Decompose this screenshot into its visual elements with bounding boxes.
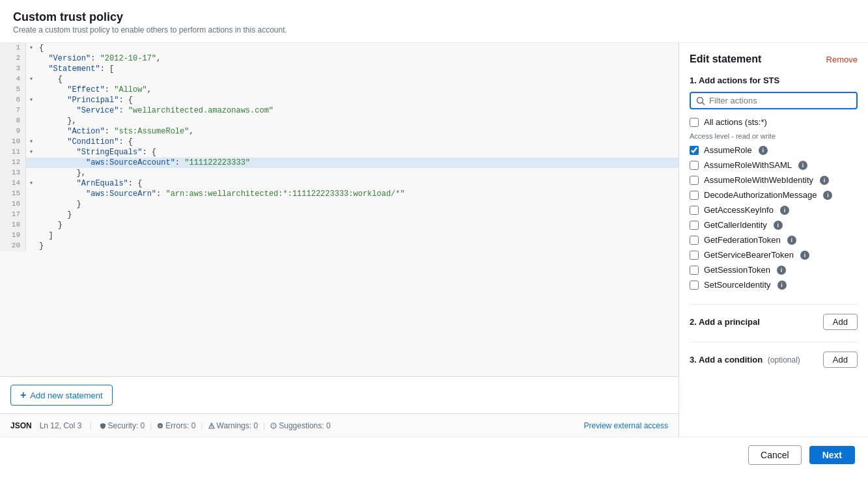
action-item: GetAccessKeyInfoi [690,205,858,215]
section3-optional: (optional) [768,355,800,365]
line-content: "Statement": [ [36,64,679,74]
table-row[interactable]: 14▾ "ArnEquals": { [0,178,679,189]
get_service_bearer-checkbox[interactable] [690,251,699,260]
table-row[interactable]: 4▾ { [0,74,679,85]
table-row[interactable]: 9 "Action": "sts:AssumeRole", [0,126,679,137]
table-row[interactable]: 16 } [0,199,679,210]
table-row[interactable]: 5 "Effect": "Allow", [0,85,679,95]
info-icon[interactable]: i [780,206,789,215]
add-statement-bar: + Add new statement [0,376,679,413]
status-errors: × Errors: 0 [157,421,195,430]
all-actions-checkbox[interactable] [690,118,699,127]
info-icon[interactable]: i [820,176,829,185]
security-label: Security: 0 [108,421,145,430]
action-item: AssumeRoleWithWebIdentityi [690,175,858,185]
table-row[interactable]: 10▾ "Condition": { [0,137,679,147]
info-icon[interactable]: i [774,221,783,230]
fold-toggle [26,168,36,178]
line-number: 6 [0,95,26,105]
fold-toggle [26,85,36,95]
table-row[interactable]: 15 "aws:SourceArn": "arn:aws:wellarchite… [0,189,679,199]
line-content: "Service": "wellarchitected.amazonaws.co… [36,105,679,116]
line-content: } [36,241,679,251]
section3-label-wrap: 3. Add a condition (optional) [690,355,800,365]
status-security: Security: 0 [100,421,145,430]
assume_role_saml-checkbox[interactable] [690,161,699,170]
search-icon [696,96,705,105]
info-icon[interactable]: i [759,146,768,155]
assume_role_web-checkbox[interactable] [690,176,699,185]
line-content: "aws:SourceArn": "arn:aws:wellarchitecte… [36,189,679,199]
line-content: "ArnEquals": { [36,178,679,189]
info-icon[interactable]: i [787,236,796,245]
line-content: } [36,199,679,210]
fold-toggle[interactable]: ▾ [26,74,36,85]
table-row[interactable]: 11▾ "StringEquals": { [0,147,679,158]
line-content: }, [36,116,679,126]
decode_auth-checkbox[interactable] [690,191,699,200]
suggestion-icon: ? [270,422,277,429]
fold-toggle[interactable]: ▾ [26,147,36,158]
table-row[interactable]: 17 } [0,210,679,220]
code-editor[interactable]: 1▾{2 "Version": "2012-10-17",3 "Statemen… [0,43,679,376]
fold-toggle[interactable]: ▾ [26,178,36,189]
info-icon[interactable]: i [798,161,807,170]
table-row[interactable]: 13 }, [0,168,679,178]
line-content: "Version": "2012-10-17", [36,53,679,64]
add-condition-button[interactable]: Add [823,352,858,368]
fold-toggle[interactable]: ▾ [26,43,36,53]
line-number: 20 [0,241,26,251]
line-content: "aws:SourceAccount": "111122223333" [36,158,679,168]
table-row[interactable]: 1▾{ [0,43,679,53]
svg-text:?: ? [272,424,275,428]
line-number: 7 [0,105,26,116]
section3: 3. Add a condition (optional) Add [690,352,858,368]
assume_role-checkbox[interactable] [690,146,699,155]
table-row[interactable]: 2 "Version": "2012-10-17", [0,53,679,64]
remove-link[interactable]: Remove [826,55,858,64]
preview-external-access-link[interactable]: Preview external access [584,421,668,430]
table-row[interactable]: 6▾ "Principal": { [0,95,679,105]
cancel-button[interactable]: Cancel [748,445,802,465]
get_caller_id-checkbox[interactable] [690,221,699,230]
line-number: 19 [0,230,26,241]
line-number: 4 [0,74,26,85]
info-icon[interactable]: i [823,191,832,200]
svg-line-8 [703,102,705,105]
line-number: 10 [0,137,26,147]
table-row[interactable]: 3 "Statement": [ [0,64,679,74]
action-item: GetCallerIdentityi [690,220,858,230]
svg-text:×: × [159,424,161,428]
table-row[interactable]: 18 } [0,220,679,230]
line-number: 15 [0,189,26,199]
table-row[interactable]: 20} [0,241,679,251]
action-item: AssumeRolei [690,145,858,155]
svg-point-4 [211,427,212,428]
search-input[interactable] [709,96,851,105]
line-number: 3 [0,64,26,74]
get_session-checkbox[interactable] [690,266,699,275]
get_access_key-checkbox[interactable] [690,206,699,215]
get_federation-checkbox[interactable] [690,236,699,245]
table-row[interactable]: 12 "aws:SourceAccount": "111122223333" [0,158,679,168]
add-principal-button[interactable]: Add [823,314,858,330]
fold-toggle[interactable]: ▾ [26,95,36,105]
info-icon[interactable]: i [800,251,809,260]
line-content: }, [36,168,679,178]
table-row[interactable]: 19 ] [0,230,679,241]
table-row[interactable]: 7 "Service": "wellarchitected.amazonaws.… [0,105,679,116]
panel-header: Edit statement Remove [690,53,858,65]
add-statement-button[interactable]: + Add new statement [10,385,113,406]
line-content: { [36,74,679,85]
section-divider-2 [690,342,858,342]
editor-panel: 1▾{2 "Version": "2012-10-17",3 "Statemen… [0,43,679,437]
table-row[interactable]: 8 }, [0,116,679,126]
info-icon[interactable]: i [777,266,786,275]
action-item: AssumeRoleWithSAMLi [690,160,858,170]
line-content: ] [36,230,679,241]
set_source_id-checkbox[interactable] [690,281,699,290]
next-button[interactable]: Next [809,446,855,464]
fold-toggle[interactable]: ▾ [26,137,36,147]
action-item: DecodeAuthorizationMessagei [690,190,858,200]
info-icon[interactable]: i [777,281,787,290]
